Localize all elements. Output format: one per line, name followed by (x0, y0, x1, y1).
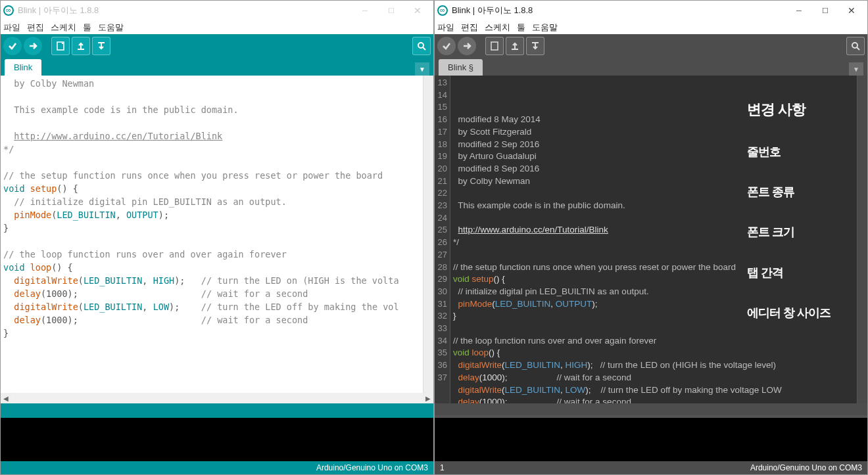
titlebar[interactable]: Blink | 아두이노 1.8.8 ─ ☐ ✕ (435, 1, 867, 20)
upload-button[interactable] (458, 37, 476, 55)
menu-bar: 파일 편집 스케치 툴 도움말 (1, 20, 433, 34)
menu-bar: 파일 편집 스케치 툴 도움말 (435, 20, 867, 34)
close-button[interactable]: ✕ (404, 1, 431, 20)
tab-bar: Blink ▼ (1, 58, 433, 76)
toolbar (435, 34, 867, 58)
serial-monitor-button[interactable] (412, 37, 431, 55)
verify-button[interactable] (437, 37, 456, 55)
console (435, 415, 867, 461)
board-info: Arduino/Genuino Uno on COM3 (750, 463, 862, 472)
tab-blink[interactable]: Blink § (439, 59, 483, 76)
window-title: Blink | 아두이노 1.8.8 (18, 5, 352, 16)
open-button[interactable] (506, 37, 524, 55)
svg-rect-1 (78, 49, 84, 50)
svg-rect-6 (532, 42, 539, 43)
app-icon (3, 5, 14, 16)
tab-dropdown[interactable]: ▼ (849, 62, 863, 76)
new-button[interactable] (485, 37, 504, 55)
horizontal-scrollbar[interactable]: ◀ ▶ (1, 393, 433, 403)
scroll-right-icon[interactable]: ▶ (423, 393, 433, 403)
message-area (1, 403, 433, 415)
app-icon (437, 5, 448, 16)
vertical-scrollbar[interactable] (857, 76, 867, 403)
toolbar (1, 34, 433, 58)
menu-edit[interactable]: 편집 (27, 22, 44, 34)
new-button[interactable] (51, 37, 70, 55)
menu-tools[interactable]: 툴 (83, 22, 91, 34)
menu-sketch[interactable]: 스케치 (51, 22, 76, 34)
svg-rect-5 (512, 49, 518, 50)
vertical-scrollbar[interactable] (423, 76, 433, 393)
code-editor[interactable]: 변경 사항 줄번호 폰트 종류 폰트 크기 탭 간격 에디터 창 사이즈 mod… (450, 76, 857, 403)
menu-sketch[interactable]: 스케치 (485, 22, 510, 34)
svg-point-7 (852, 43, 857, 48)
scroll-left-icon[interactable]: ◀ (1, 393, 11, 403)
tab-blink[interactable]: Blink (5, 59, 41, 76)
tab-dropdown[interactable]: ▼ (415, 62, 429, 76)
titlebar[interactable]: Blink | 아두이노 1.8.8 ─ ☐ ✕ (1, 1, 433, 20)
console (1, 415, 433, 461)
close-button[interactable]: ✕ (838, 1, 865, 20)
svg-rect-2 (98, 42, 105, 43)
status-bar: Arduino/Genuino Uno on COM3 (1, 461, 433, 474)
menu-edit[interactable]: 편집 (461, 22, 478, 34)
menu-help[interactable]: 도움말 (98, 22, 124, 34)
editor[interactable]: 1314151617181920212223242526272829303132… (435, 76, 867, 403)
open-button[interactable] (72, 37, 90, 55)
code-editor[interactable]: by Colby Newman This example code is in … (1, 76, 423, 393)
line-number-gutter: 1314151617181920212223242526272829303132… (435, 76, 450, 403)
arduino-window-dark: Blink | 아두이노 1.8.8 ─ ☐ ✕ 파일 편집 스케치 툴 도움말… (434, 0, 868, 475)
minimize-button[interactable]: ─ (786, 1, 812, 20)
svg-rect-4 (491, 42, 498, 50)
editor[interactable]: by Colby Newman This example code is in … (1, 76, 433, 393)
menu-help[interactable]: 도움말 (532, 22, 558, 34)
tab-bar: Blink § ▼ (435, 58, 867, 76)
maximize-button[interactable]: ☐ (378, 1, 404, 20)
menu-tools[interactable]: 툴 (517, 22, 525, 34)
save-button[interactable] (92, 37, 110, 55)
maximize-button[interactable]: ☐ (812, 1, 838, 20)
save-button[interactable] (526, 37, 544, 55)
upload-button[interactable] (24, 37, 42, 55)
line-indicator: 1 (440, 463, 445, 472)
message-area (435, 403, 867, 415)
status-bar: 1 Arduino/Genuino Uno on COM3 (435, 461, 867, 474)
menu-file[interactable]: 파일 (3, 22, 20, 34)
window-title: Blink | 아두이노 1.8.8 (452, 5, 786, 16)
arduino-window-light: Blink | 아두이노 1.8.8 ─ ☐ ✕ 파일 편집 스케치 툴 도움말… (0, 0, 434, 475)
board-info: Arduino/Genuino Uno on COM3 (316, 463, 428, 472)
menu-file[interactable]: 파일 (437, 22, 454, 34)
svg-point-3 (418, 43, 423, 48)
minimize-button[interactable]: ─ (352, 1, 378, 20)
serial-monitor-button[interactable] (846, 37, 865, 55)
verify-button[interactable] (3, 37, 22, 55)
